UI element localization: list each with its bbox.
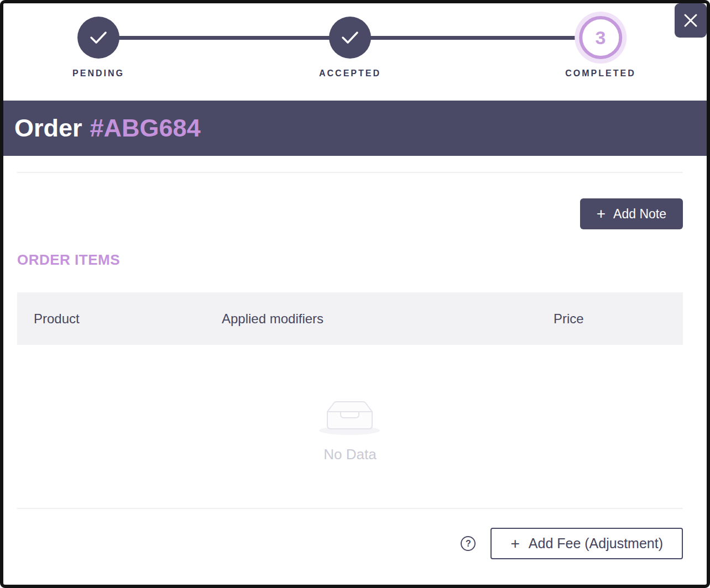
- check-icon: [340, 30, 360, 45]
- close-icon: [683, 13, 698, 28]
- order-title-prefix: Order: [14, 114, 82, 143]
- no-data-label: No Data: [323, 446, 376, 463]
- add-note-button[interactable]: + Add Note: [580, 198, 683, 229]
- modal-body: + Add Note ORDER ITEMS Product Applied m…: [3, 172, 707, 559]
- add-note-label: Add Note: [613, 207, 666, 222]
- order-modal: PENDING ACCEPTED 3 COMPLETED: [0, 0, 710, 588]
- step-pending: PENDING: [72, 12, 124, 78]
- add-fee-button[interactable]: + Add Fee (Adjustment): [490, 528, 683, 559]
- step-accepted-circle: [329, 17, 371, 59]
- plus-icon: +: [510, 536, 519, 552]
- add-fee-label: Add Fee (Adjustment): [529, 536, 663, 552]
- check-icon: [88, 30, 108, 45]
- empty-inbox-icon: [317, 390, 383, 436]
- plus-icon: +: [597, 206, 605, 222]
- column-header-product: Product: [17, 311, 205, 327]
- order-id: #ABG684: [90, 114, 201, 143]
- step-completed-circle: 3: [579, 16, 622, 59]
- order-items-section-title: ORDER ITEMS: [17, 251, 683, 269]
- bottom-divider: [17, 508, 683, 509]
- step-accepted: ACCEPTED: [319, 12, 381, 78]
- close-button[interactable]: [675, 3, 707, 38]
- step-pending-circle: [77, 17, 119, 59]
- step-completed: 3 COMPLETED: [565, 12, 635, 78]
- column-header-price: Price: [537, 311, 683, 327]
- order-status-stepper: PENDING ACCEPTED 3 COMPLETED: [3, 3, 707, 101]
- order-title-bar: Order #ABG684: [3, 101, 707, 156]
- step-pending-label: PENDING: [72, 69, 124, 78]
- step-completed-label: COMPLETED: [565, 69, 635, 78]
- step-completed-halo: 3: [575, 12, 627, 64]
- modal-footer: ? + Add Fee (Adjustment): [17, 528, 683, 559]
- help-icon[interactable]: ?: [461, 536, 476, 551]
- order-items-table-header: Product Applied modifiers Price: [17, 292, 683, 345]
- top-divider: [17, 172, 683, 173]
- step-completed-number: 3: [596, 27, 606, 49]
- help-glyph: ?: [466, 539, 471, 549]
- step-accepted-label: ACCEPTED: [319, 69, 381, 78]
- column-header-applied-modifiers: Applied modifiers: [205, 311, 537, 327]
- empty-state: No Data: [17, 345, 683, 508]
